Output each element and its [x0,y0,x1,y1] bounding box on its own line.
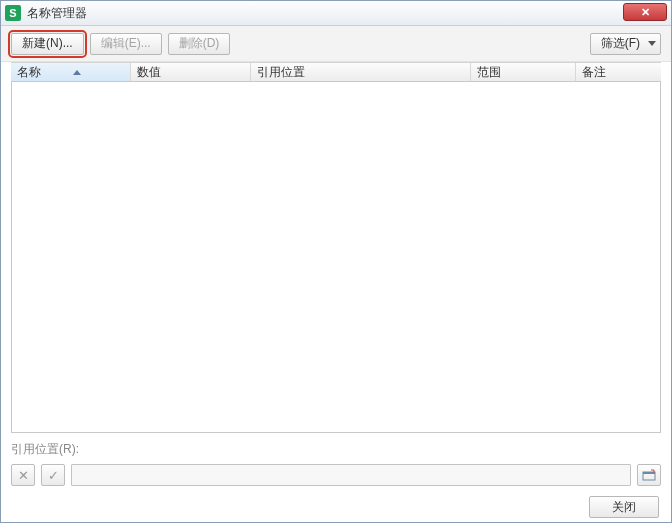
reference-row: ✕ ✓ [1,464,671,496]
filter-button-label: 筛选(F) [601,35,640,52]
window-title: 名称管理器 [27,5,87,22]
collapse-dialog-button[interactable] [637,464,661,486]
column-header-name[interactable]: 名称 [11,63,131,81]
column-header-scope[interactable]: 范围 [471,63,576,81]
name-manager-window: S 名称管理器 ✕ 新建(N)... 编辑(E)... 删除(D) 筛选(F) … [0,0,672,523]
column-header-reference[interactable]: 引用位置 [251,63,471,81]
toolbar: 新建(N)... 编辑(E)... 删除(D) 筛选(F) [1,26,671,62]
filter-button[interactable]: 筛选(F) [590,33,661,55]
footer: 关闭 [1,496,671,522]
app-icon: S [5,5,21,21]
close-button[interactable]: 关闭 [589,496,659,518]
titlebar: S 名称管理器 ✕ [1,1,671,26]
confirm-ref-button[interactable]: ✓ [41,464,65,486]
sort-asc-icon [73,70,81,75]
column-header-value[interactable]: 数值 [131,63,251,81]
svg-rect-1 [643,472,655,474]
reference-input[interactable] [71,464,631,486]
close-window-button[interactable]: ✕ [623,3,667,21]
name-list[interactable] [11,82,661,433]
cancel-ref-button[interactable]: ✕ [11,464,35,486]
reference-label: 引用位置(R): [11,442,79,456]
close-icon: ✕ [641,6,650,19]
list-header: 名称 数值 引用位置 范围 备注 [11,62,661,82]
new-button[interactable]: 新建(N)... [11,33,84,55]
edit-button[interactable]: 编辑(E)... [90,33,162,55]
chevron-down-icon [648,41,656,46]
check-icon: ✓ [48,468,59,483]
column-header-note[interactable]: 备注 [576,63,661,81]
delete-button[interactable]: 删除(D) [168,33,231,55]
x-icon: ✕ [18,468,29,483]
column-header-name-label: 名称 [17,64,41,81]
collapse-icon [642,469,656,481]
reference-section: 引用位置(R): [1,433,671,464]
